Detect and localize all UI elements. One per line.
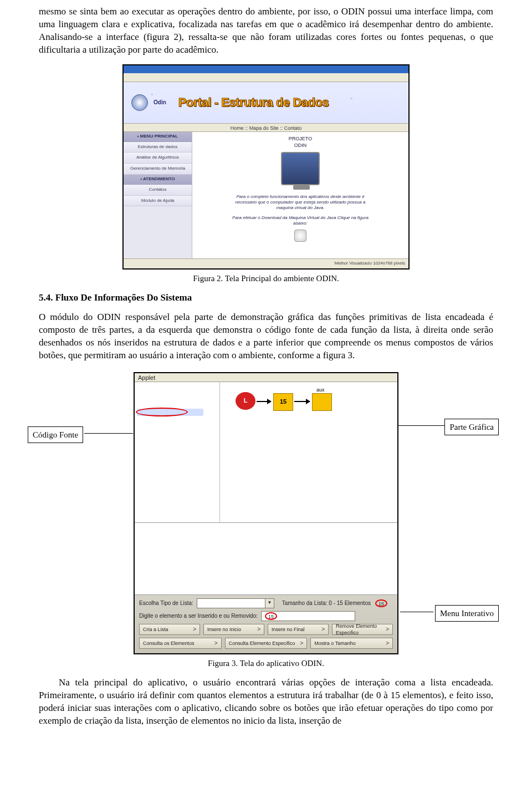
figure3-caption: Figura 3. Tela do aplicativo ODIN. bbox=[39, 658, 493, 669]
callout-parte-grafica: Parte Gráfica bbox=[444, 419, 499, 435]
insert-start-button[interactable]: Insere no Inicio> bbox=[203, 624, 264, 635]
list-aux-node bbox=[312, 393, 332, 411]
code-marker-icon bbox=[136, 408, 188, 416]
sidebar-item[interactable]: Análise de Algoritmos bbox=[124, 152, 192, 164]
monitor-icon bbox=[281, 152, 320, 185]
remove-element-button[interactable]: Remove Elemento Especifico> bbox=[332, 624, 393, 635]
portal-footer: Melhor Visualizado 1024x768 pixels bbox=[124, 258, 408, 268]
aux-label: aux bbox=[316, 387, 325, 393]
figure2-container: Odin Portal - Estrutura de Dados Home ::… bbox=[39, 64, 493, 284]
sidebar-item[interactable]: Estruturas de dados bbox=[124, 142, 192, 153]
element-input-label: Digite o elemento a ser Inserido e ou Re… bbox=[139, 612, 258, 620]
odin-logo-icon bbox=[131, 94, 148, 111]
sidebar: • MENU PRINCIPAL Estruturas de dados Aná… bbox=[124, 132, 192, 258]
applet-empty-area bbox=[135, 523, 397, 595]
chevron-right-icon: > bbox=[214, 639, 218, 647]
list-node: 15 bbox=[273, 393, 293, 411]
figure2-caption: Figura 2. Tela Principal do ambiente ODI… bbox=[39, 273, 493, 284]
applet-titlebar: Applet bbox=[135, 373, 397, 382]
arrow-icon bbox=[257, 401, 271, 402]
list-head-node: L bbox=[236, 392, 255, 410]
element-input[interactable]: 15 bbox=[261, 611, 355, 621]
list-size-label: Tamanho da Lista: 0 - 15 Elementos bbox=[282, 599, 371, 607]
callout-menu-interativo: Menu Interativo bbox=[435, 605, 499, 622]
closing-paragraph: Na tela principal do aplicativo, o usuár… bbox=[39, 677, 493, 728]
chevron-right-icon: > bbox=[300, 639, 304, 647]
java-requirement-text: Para o completo funcionamento dos aplica… bbox=[228, 194, 372, 211]
portal-title: Portal - Estrutura de Dados bbox=[178, 94, 329, 111]
applet-controls: Escolha Tipo de Lista: ▼ Tamanho da List… bbox=[135, 595, 397, 653]
project-label: PROJETO ODIN bbox=[289, 135, 312, 149]
sidebar-item[interactable]: Módulo de Ajuda bbox=[124, 196, 192, 207]
chevron-down-icon: ▼ bbox=[265, 599, 274, 608]
figure2-screenshot: Odin Portal - Estrutura de Dados Home ::… bbox=[122, 64, 410, 270]
query-specific-button[interactable]: Consulta Elemento Especifico> bbox=[225, 638, 308, 649]
java-download-icon[interactable] bbox=[294, 230, 306, 242]
intro-paragraph: mesmo se sinta bem ao executar as operaç… bbox=[39, 6, 493, 57]
chevron-right-icon: > bbox=[386, 639, 389, 647]
odin-logo-label: Odin bbox=[154, 99, 166, 106]
list-type-select[interactable]: ▼ bbox=[197, 598, 274, 608]
java-download-text: Para efetuar o Download da Maquina Virtu… bbox=[228, 215, 372, 226]
breadcrumb: Home :: Mapa do Site :: Contato bbox=[124, 123, 408, 132]
sidebar-heading-support: • ATENDIMENTO bbox=[124, 175, 192, 185]
portal-header: Odin Portal - Estrutura de Dados bbox=[124, 82, 408, 123]
create-list-button[interactable]: Cria a Lista> bbox=[139, 624, 200, 635]
chevron-right-icon: > bbox=[321, 626, 325, 633]
figure3-stage: Código Fonte Parte Gráfica Menu Interati… bbox=[39, 372, 493, 669]
sidebar-item[interactable]: Gerenciamento de Memória bbox=[124, 164, 192, 175]
sidebar-heading-main: • MENU PRINCIPAL bbox=[124, 132, 192, 142]
graph-pane: L 15 aux bbox=[220, 382, 397, 522]
chevron-right-icon: > bbox=[193, 626, 196, 633]
portal-main-pane: PROJETO ODIN Para o completo funcionamen… bbox=[192, 132, 408, 258]
browser-titlebar bbox=[124, 65, 408, 73]
resolution-hint: Melhor Visualizado 1024x768 pixels bbox=[335, 261, 406, 267]
chevron-right-icon: > bbox=[386, 626, 389, 633]
callout-line bbox=[391, 425, 444, 426]
arrow-icon bbox=[294, 401, 310, 402]
show-size-button[interactable]: Mostra o Tamanho> bbox=[310, 638, 393, 649]
figure3-applet: Applet no *inserefinal(no *l, int x) { n… bbox=[134, 372, 398, 654]
callout-line bbox=[84, 433, 133, 434]
browser-toolbar bbox=[124, 73, 408, 82]
callout-codigo-fonte: Código Fonte bbox=[28, 426, 83, 443]
section-paragraph: O módulo do ODIN responsável pela parte … bbox=[39, 311, 493, 362]
insert-end-button[interactable]: Insere no Final> bbox=[268, 624, 329, 635]
query-elements-button[interactable]: Consulta os Elementos> bbox=[139, 638, 222, 649]
callout-line bbox=[400, 612, 433, 612]
list-size-value: 15 bbox=[375, 599, 387, 607]
section-heading-5-4: 5.4. Fluxo De Informações Do Sistema bbox=[39, 292, 493, 304]
list-type-label: Escolha Tipo de Lista: bbox=[139, 599, 193, 607]
chevron-right-icon: > bbox=[257, 626, 260, 633]
element-input-value: 15 bbox=[265, 612, 277, 620]
code-pane: no *inserefinal(no *l, int x) { no *aux,… bbox=[135, 382, 220, 522]
sidebar-item[interactable]: Contatos bbox=[124, 185, 192, 196]
